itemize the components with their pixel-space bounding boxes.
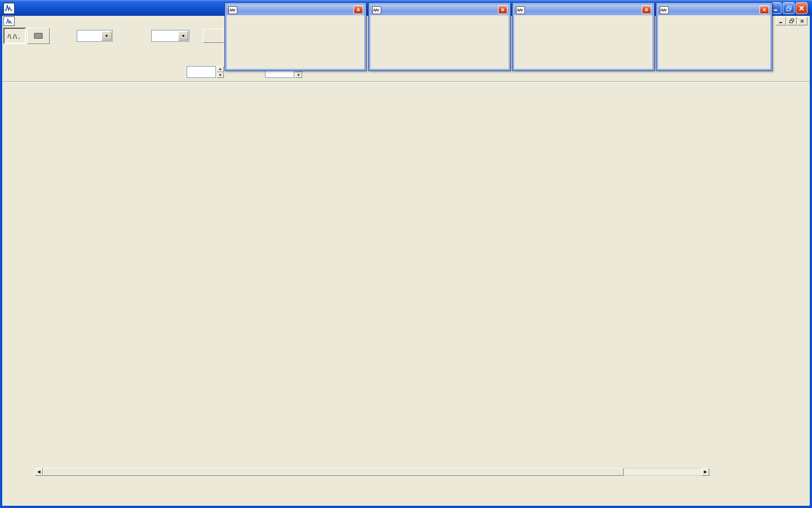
window-controls <box>769 2 807 14</box>
plot-header-left-channel <box>0 82 812 90</box>
waveform-icon <box>516 6 525 14</box>
close-icon[interactable]: × <box>354 6 363 14</box>
window-border-bottom <box>0 506 812 508</box>
meter-readout <box>658 15 770 69</box>
meter-window-titlebar[interactable]: × <box>370 5 509 15</box>
plot-top-input[interactable] <box>187 66 216 78</box>
meter-window-total-pwr[interactable]: × <box>224 2 367 71</box>
window-border-left <box>0 16 2 508</box>
meter-window-peak-frequency[interactable]: × <box>512 2 655 71</box>
plot-header-right-channel <box>0 277 812 284</box>
scroll-right-button[interactable]: ▶ <box>701 468 709 476</box>
close-icon[interactable]: × <box>498 6 508 14</box>
peak-hold-select[interactable]: ▼ <box>151 30 189 42</box>
mdi-restore-button[interactable] <box>787 17 797 25</box>
close-button[interactable] <box>796 2 807 14</box>
restore-button[interactable] <box>783 2 795 14</box>
avg-select[interactable]: ▼ <box>77 30 113 42</box>
run-icon <box>7 33 22 39</box>
waveform-icon <box>228 6 237 14</box>
plot-top-stepper[interactable]: ▲▼ <box>217 66 224 78</box>
meter-readout <box>514 15 652 69</box>
meter-window-peak-amplitude[interactable]: × <box>368 2 511 71</box>
stop-icon <box>33 33 43 39</box>
waveform-icon <box>660 6 669 14</box>
chevron-down-icon[interactable]: ▼ <box>102 31 112 41</box>
meter-window-thd[interactable]: × <box>656 2 773 71</box>
scroll-left-button[interactable]: ◀ <box>35 468 43 476</box>
window-border-right <box>810 16 812 508</box>
meter-window-titlebar[interactable]: × <box>227 5 364 15</box>
close-icon[interactable]: × <box>760 6 769 14</box>
mdi-controls <box>775 17 807 25</box>
meter-readout <box>227 15 364 69</box>
stop-button[interactable] <box>27 28 50 44</box>
meter-readout <box>370 15 509 69</box>
application-window: ▼ ▼ ▲▼ ▲▼ <box>0 0 812 508</box>
close-icon[interactable]: × <box>642 6 651 14</box>
mdi-minimize-button[interactable] <box>776 17 786 25</box>
run-button[interactable] <box>3 28 26 44</box>
scrollbar-thumb[interactable] <box>43 468 624 476</box>
waveform-icon <box>372 6 381 14</box>
meter-window-titlebar[interactable]: × <box>658 5 770 15</box>
mdi-document-icon[interactable] <box>3 16 15 26</box>
app-icon <box>3 3 15 14</box>
chevron-down-icon[interactable]: ▼ <box>178 31 188 41</box>
mdi-close-button[interactable] <box>797 17 807 25</box>
meter-window-titlebar[interactable]: × <box>514 5 652 15</box>
